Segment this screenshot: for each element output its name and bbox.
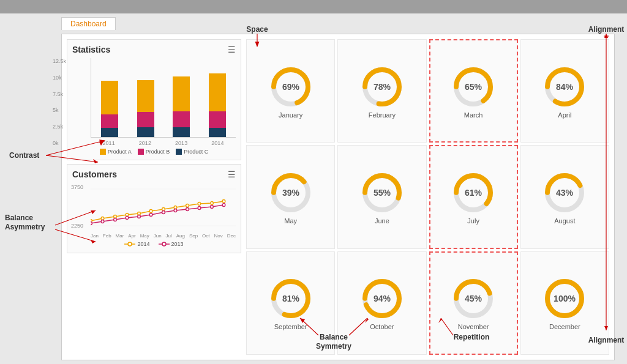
- svg-point-17: [126, 217, 129, 220]
- svg-point-18: [138, 215, 141, 218]
- donut-label-november: November: [458, 323, 489, 330]
- main-area: Dashboard Statistics ☰ 12.5k10k7.5k5k2.5…: [0, 13, 627, 364]
- svg-point-25: [222, 204, 225, 207]
- tab-bar: Dashboard: [61, 17, 615, 30]
- left-panel: Statistics ☰ 12.5k10k7.5k5k2.5k0k: [67, 39, 241, 355]
- svg-text:78%: 78%: [374, 82, 391, 92]
- donut-cell-july: 61% July: [429, 145, 518, 248]
- bar-group-2014: [209, 73, 226, 137]
- donut-cell-january: 69% January: [246, 39, 335, 143]
- statistics-title: Statistics: [72, 45, 110, 54]
- customers-x-labels: JanFebMarAprMayJun JulAugSepOctNovDec: [91, 233, 236, 239]
- statistics-menu-icon[interactable]: ☰: [228, 45, 236, 54]
- statistics-bar-chart: [91, 58, 236, 138]
- donut-label-january: January: [279, 111, 302, 119]
- donut-label-september: September: [274, 323, 307, 330]
- donut-label-april: April: [558, 111, 571, 119]
- dashboard-container: Statistics ☰ 12.5k10k7.5k5k2.5k0k: [61, 34, 615, 360]
- svg-point-15: [101, 220, 104, 223]
- svg-point-13: [222, 200, 225, 203]
- donut-svg-september: 81%: [269, 277, 313, 321]
- svg-text:45%: 45%: [465, 294, 482, 303]
- svg-text:43%: 43%: [556, 188, 574, 198]
- bar-group-2013: [173, 76, 190, 137]
- top-bar: [0, 0, 627, 13]
- svg-point-19: [149, 214, 152, 217]
- donut-cell-march: 65% March: [429, 39, 518, 143]
- svg-point-10: [186, 204, 189, 207]
- svg-point-12: [211, 202, 214, 205]
- donut-svg-june: 55%: [360, 171, 404, 215]
- svg-text:39%: 39%: [282, 188, 300, 198]
- donut-grid: 69% January 78% February 65% March 84% A…: [246, 39, 609, 355]
- donut-svg-november: 45%: [451, 277, 495, 321]
- svg-text:61%: 61%: [465, 188, 482, 198]
- statistics-legend: Product A Product B Product C: [72, 149, 236, 155]
- donut-svg-may: 39%: [269, 171, 313, 215]
- svg-text:94%: 94%: [374, 294, 391, 303]
- customers-line-chart: [91, 183, 236, 232]
- donut-cell-august: 43% August: [520, 145, 609, 248]
- legend-2014: 2014: [124, 240, 149, 248]
- donut-svg-december: 100%: [543, 277, 587, 321]
- svg-text:65%: 65%: [465, 82, 482, 92]
- donut-svg-january: 69%: [269, 65, 313, 109]
- svg-text:69%: 69%: [282, 82, 300, 92]
- statistics-y-labels: 12.5k10k7.5k5k2.5k0k: [53, 58, 66, 146]
- donut-label-february: February: [369, 111, 396, 119]
- donut-cell-september: 81% September: [246, 251, 335, 355]
- bar-group-2011: [101, 81, 118, 137]
- customers-card: Customers ☰ 3750 2250: [67, 164, 241, 253]
- customers-menu-icon[interactable]: ☰: [228, 169, 236, 179]
- donut-label-august: August: [554, 217, 575, 225]
- donut-cell-october: 94% October: [337, 251, 426, 355]
- donut-svg-october: 94%: [360, 277, 404, 321]
- svg-text:100%: 100%: [554, 294, 576, 303]
- donut-svg-february: 78%: [360, 65, 404, 109]
- donut-label-october: October: [370, 323, 394, 330]
- legend-productB: Product B: [138, 149, 170, 155]
- svg-point-21: [174, 209, 177, 212]
- svg-point-24: [211, 206, 214, 209]
- legend-productC: Product C: [176, 149, 208, 155]
- svg-text:81%: 81%: [282, 294, 300, 303]
- svg-point-7: [149, 210, 152, 213]
- legend-2013: 2013: [159, 240, 184, 248]
- dashboard-tab[interactable]: Dashboard: [61, 17, 116, 30]
- donut-svg-march: 65%: [451, 65, 495, 109]
- svg-point-23: [198, 207, 201, 210]
- donut-label-december: December: [549, 323, 580, 330]
- bar-group-2012: [137, 80, 154, 137]
- statistics-x-labels: 2011201220132014: [91, 140, 236, 146]
- donut-svg-july: 61%: [451, 171, 495, 215]
- legend-productA: Product A: [100, 149, 132, 155]
- donut-cell-february: 78% February: [337, 39, 426, 143]
- donut-cell-april: 84% April: [520, 39, 609, 143]
- svg-point-27: [128, 242, 132, 246]
- donut-cell-november: 45% November: [429, 251, 518, 355]
- donut-label-july: July: [467, 217, 479, 225]
- donut-svg-april: 84%: [543, 65, 587, 109]
- donut-cell-december: 100% December: [520, 251, 609, 355]
- donut-label-march: March: [464, 111, 483, 119]
- svg-point-16: [114, 218, 117, 221]
- customers-legend: 2014 2013: [72, 240, 236, 248]
- donut-cell-may: 39% May: [246, 145, 335, 248]
- svg-text:55%: 55%: [374, 188, 391, 198]
- svg-text:84%: 84%: [556, 82, 574, 92]
- donut-svg-august: 43%: [543, 171, 587, 215]
- donut-label-may: May: [284, 217, 297, 225]
- donut-label-june: June: [375, 217, 389, 225]
- svg-point-11: [198, 202, 201, 206]
- svg-point-20: [162, 211, 165, 214]
- svg-point-22: [186, 208, 189, 211]
- svg-point-29: [162, 242, 166, 246]
- svg-point-14: [91, 222, 92, 225]
- statistics-card: Statistics ☰ 12.5k10k7.5k5k2.5k0k: [67, 39, 241, 160]
- customers-title: Customers: [72, 169, 117, 179]
- donut-cell-june: 55% June: [337, 145, 426, 248]
